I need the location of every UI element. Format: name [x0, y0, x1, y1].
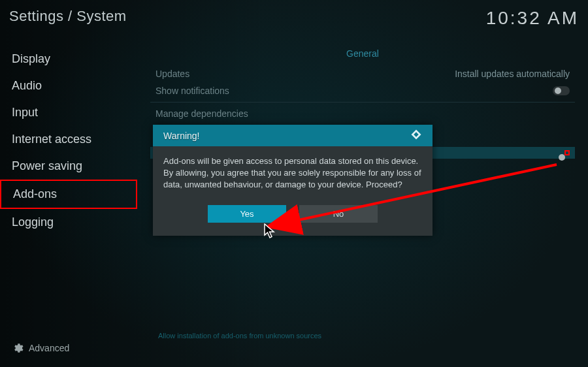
kodi-logo-icon — [410, 129, 422, 142]
sidebar-item-add-ons[interactable]: Add-ons — [0, 180, 137, 209]
divider — [150, 102, 575, 103]
sidebar-item-logging[interactable]: Logging — [0, 209, 137, 236]
sidebar-item-label: Add-ons — [13, 187, 57, 201]
row-value: Install updates automatically — [455, 69, 570, 79]
sidebar-item-label: Internet access — [12, 133, 91, 146]
row-label: Updates — [155, 69, 189, 79]
yes-button[interactable]: Yes — [208, 205, 286, 223]
bottombar: Advanced — [0, 337, 588, 359]
dialog-actions: Yes No — [153, 202, 433, 236]
sidebar-item-power-saving[interactable]: Power saving — [0, 153, 137, 180]
sidebar-item-label: Input — [12, 106, 38, 120]
header: Settings / System 10:32 AM — [9, 8, 579, 29]
annotation-box-toggle — [564, 150, 570, 155]
sidebar-item-label: Logging — [12, 215, 54, 229]
clock: 10:32 AM — [486, 8, 579, 29]
sidebar-item-internet-access[interactable]: Internet access — [0, 126, 137, 153]
sidebar-item-label: Display — [12, 52, 50, 66]
sidebar: Display Audio Input Internet access Powe… — [0, 46, 137, 341]
row-show-notifications[interactable]: Show notifications — [150, 82, 575, 99]
gear-icon — [12, 342, 24, 354]
row-manage-dependencies[interactable]: Manage dependencies — [150, 105, 575, 122]
warning-dialog: Warning! Add-ons will be given access to… — [153, 125, 433, 236]
toggle-show-notifications[interactable] — [553, 86, 570, 95]
no-button[interactable]: No — [299, 205, 378, 223]
sidebar-item-label: Power saving — [12, 159, 82, 173]
sidebar-item-display[interactable]: Display — [0, 46, 137, 72]
sidebar-item-audio[interactable]: Audio — [0, 72, 137, 99]
sidebar-item-label: Audio — [12, 79, 42, 93]
sidebar-item-input[interactable]: Input — [0, 99, 137, 126]
row-updates[interactable]: Updates Install updates automatically — [150, 65, 575, 82]
toggle-knob — [555, 88, 561, 94]
dialog-titlebar: Warning! — [153, 125, 433, 146]
row-label: Manage dependencies — [155, 108, 248, 119]
row-label: Show notifications — [155, 86, 229, 96]
dialog-body-text: Add-ons will be given access to personal… — [153, 146, 433, 202]
settings-level-label: Advanced — [29, 343, 69, 353]
breadcrumb: Settings / System — [9, 8, 127, 25]
settings-level-button[interactable]: Advanced — [12, 342, 69, 354]
section-heading: General — [150, 46, 575, 65]
dialog-title-text: Warning! — [163, 131, 200, 141]
toggle-knob — [559, 154, 565, 161]
